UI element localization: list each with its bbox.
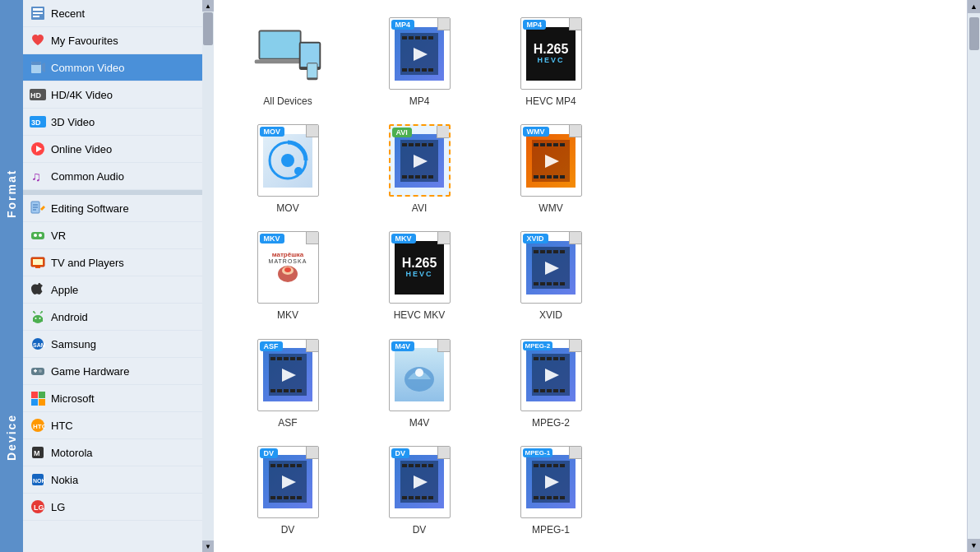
sidebar-item-online[interactable]: Online Video xyxy=(23,136,214,163)
sidebar-scroll-down[interactable]: ▼ xyxy=(202,540,214,552)
svg-rect-169 xyxy=(560,464,565,467)
xvid-icon-wrap: XVID xyxy=(514,230,588,304)
svg-rect-144 xyxy=(290,464,295,467)
format-item-asf[interactable]: ASF ASF xyxy=(238,338,337,429)
sidebar-item-game[interactable]: Game Hardware xyxy=(23,358,214,385)
svg-rect-39 xyxy=(31,392,38,398)
svg-rect-170 xyxy=(534,496,539,499)
svg-rect-141 xyxy=(270,464,275,467)
svg-rect-162 xyxy=(428,496,433,499)
svg-rect-133 xyxy=(560,357,565,360)
dv2-tag: DV xyxy=(391,448,410,458)
online-icon xyxy=(30,141,46,157)
format-item-all-devices[interactable]: All Devices xyxy=(238,16,337,107)
main-scroll-up[interactable]: ▲ xyxy=(968,0,981,13)
svg-rect-116 xyxy=(277,357,282,360)
nokia-icon: NOK xyxy=(30,471,46,488)
sidebar-item-lg[interactable]: LG LG xyxy=(23,494,214,521)
svg-rect-80 xyxy=(428,143,433,146)
audio-icon: ♫ xyxy=(30,168,46,184)
format-item-mkv[interactable]: MKV матрёшка MATROSKA MKV xyxy=(238,230,337,321)
svg-rect-92 xyxy=(560,143,565,146)
format-item-dv[interactable]: DV DV xyxy=(238,445,337,536)
svg-rect-138 xyxy=(560,389,565,392)
sidebar-scrollbar[interactable]: ▲ ▼ xyxy=(202,0,214,552)
format-item-mov[interactable]: MOV QuickTime MOV xyxy=(238,123,337,214)
sidebar-item-htc[interactable]: HTC HTC xyxy=(23,412,214,439)
svg-rect-121 xyxy=(277,389,282,392)
mpeg1-icon-wrap: MPEG-1 xyxy=(514,445,588,519)
format-item-wmv-label: WMV xyxy=(539,202,562,214)
format-item-mpeg1-label: MPEG-1 xyxy=(532,524,570,536)
svg-rect-83 xyxy=(415,175,420,179)
sidebar-item-microsoft[interactable]: Microsoft xyxy=(23,385,214,412)
format-item-dv-label: DV xyxy=(281,524,295,536)
main-scrollbar[interactable]: ▲ ▼ xyxy=(967,0,980,552)
svg-rect-137 xyxy=(553,389,558,392)
svg-point-101 xyxy=(284,267,291,272)
format-item-wmv[interactable]: WMV WMV xyxy=(502,123,600,214)
sidebar-item-editing-label: Editing Software xyxy=(51,202,129,215)
svg-rect-85 xyxy=(428,175,433,179)
sidebar-item-recent[interactable]: Recent xyxy=(23,0,214,27)
format-grid: All Devices MP4 MP4 MP4 xyxy=(214,0,967,552)
avi-icon-wrap: AVI xyxy=(382,123,456,197)
format-item-m4v[interactable]: M4V M4V xyxy=(370,338,469,429)
wmv-tag: WMV xyxy=(523,127,549,137)
format-item-hevc-mp4[interactable]: MP4 H.265 HEVC HEVC MP4 xyxy=(502,16,600,107)
sidebar-item-common-audio[interactable]: ♫ Common Audio xyxy=(23,163,214,190)
svg-rect-22 xyxy=(33,259,43,265)
svg-point-28 xyxy=(39,318,41,319)
format-item-xvid[interactable]: XVID XVID xyxy=(502,230,600,321)
recent-icon xyxy=(30,5,46,21)
sidebar-item-nokia[interactable]: NOK Nokia xyxy=(23,466,214,494)
format-item-avi[interactable]: AVI AVI xyxy=(370,123,469,214)
format-item-mkv-label: MKV xyxy=(277,309,298,321)
sidebar-item-htc-label: HTC xyxy=(51,420,73,432)
sidebar-item-tv[interactable]: TV and Players xyxy=(23,249,214,276)
mkv-tag: MKV xyxy=(260,234,284,244)
samsung-icon: SAM xyxy=(30,336,46,352)
sidebar-item-recent-label: Recent xyxy=(51,7,85,20)
format-item-dv2[interactable]: DV DV xyxy=(370,445,469,536)
format-item-mpeg2[interactable]: MPEG-2 MPEG-2 xyxy=(502,338,600,429)
svg-rect-38 xyxy=(35,369,36,373)
svg-rect-2 xyxy=(33,12,43,14)
format-item-mpeg1[interactable]: MPEG-1 MPEG-1 xyxy=(502,445,600,536)
svg-text:HD: HD xyxy=(30,91,41,100)
dv-tag: DV xyxy=(260,448,279,458)
svg-rect-110 xyxy=(547,282,552,285)
svg-rect-145 xyxy=(297,464,302,467)
sidebar-item-common-video[interactable]: Common Video xyxy=(23,54,214,81)
svg-rect-41 xyxy=(31,399,38,406)
sidebar-item-vr[interactable]: VR xyxy=(23,222,214,249)
svg-rect-134 xyxy=(534,389,539,392)
sidebar-item-samsung[interactable]: SAM Samsung xyxy=(23,331,214,358)
sidebar-item-editing[interactable]: Editing Software xyxy=(23,195,214,222)
format-item-hevc-mkv[interactable]: MKV H.265 HEVC HEVC MKV xyxy=(370,230,469,321)
sidebar-item-favourites[interactable]: My Favourites xyxy=(23,27,214,54)
hevc-mp4-icon-wrap: MP4 H.265 HEVC xyxy=(514,16,588,90)
format-item-mp4[interactable]: MP4 MP4 xyxy=(370,16,469,107)
svg-rect-111 xyxy=(553,282,558,285)
sidebar-item-3d[interactable]: 3D 3D Video xyxy=(23,109,214,136)
mpeg1-tag: MPEG-1 xyxy=(523,448,553,457)
svg-rect-90 xyxy=(547,143,552,146)
sidebar-item-motorola[interactable]: M Motorola xyxy=(23,439,214,466)
svg-rect-40 xyxy=(39,392,45,398)
sidebar-item-microsoft-label: Microsoft xyxy=(51,392,95,405)
svg-rect-131 xyxy=(547,357,552,360)
svg-rect-26 xyxy=(33,318,43,322)
sidebar-scroll-up[interactable]: ▲ xyxy=(202,0,214,12)
main-scroll-down[interactable]: ▼ xyxy=(968,539,981,552)
svg-rect-149 xyxy=(290,496,295,499)
svg-rect-124 xyxy=(297,389,302,392)
sidebar-item-hd-4k[interactable]: HD HD/4K Video xyxy=(23,81,214,109)
sidebar-item-nokia-label: Nokia xyxy=(51,474,78,486)
edit-icon xyxy=(30,200,46,216)
svg-rect-88 xyxy=(534,143,539,146)
sidebar-item-android[interactable]: Android xyxy=(23,304,214,331)
svg-rect-119 xyxy=(297,357,302,360)
vr-icon xyxy=(30,227,46,244)
sidebar-item-apple[interactable]: Apple xyxy=(23,276,214,304)
